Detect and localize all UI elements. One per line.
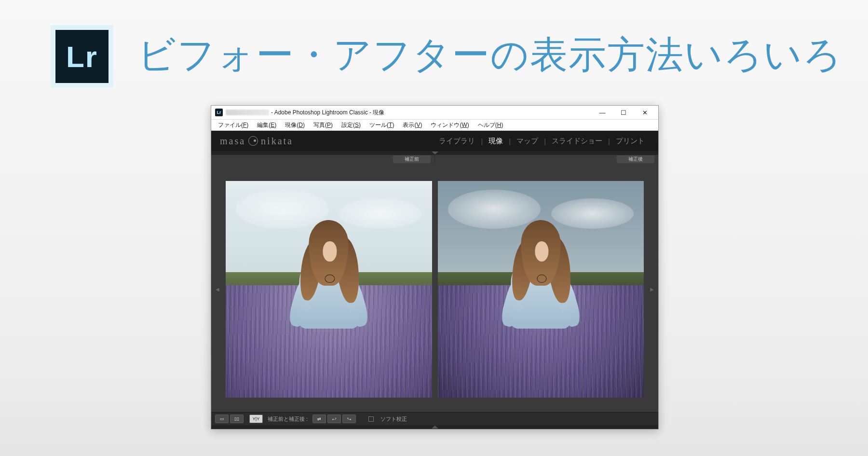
module-map[interactable]: マップ: [512, 135, 543, 148]
before-after-mode-label: 補正前と補正後 :: [266, 415, 310, 423]
right-panel-toggle[interactable]: ▶: [650, 175, 654, 403]
identity-and-modules: masa nikata ライブラリ| 現像| マップ| スライドショー| プリン…: [211, 131, 658, 151]
close-button[interactable]: ✕: [634, 106, 655, 119]
menu-photo[interactable]: 写真(P): [310, 120, 337, 130]
menu-settings[interactable]: 設定(S): [338, 120, 365, 130]
app-icon: Lr: [215, 109, 223, 116]
lightroom-logo: Lr: [51, 25, 113, 88]
copy-after-button[interactable]: ⮑: [342, 415, 356, 423]
compare-view-button[interactable]: ▯▯: [230, 415, 244, 423]
filmstrip-toggle[interactable]: [211, 425, 658, 429]
module-print[interactable]: プリント: [611, 135, 650, 148]
before-label: 補正前: [393, 155, 431, 163]
copy-before-button[interactable]: ⮐: [327, 415, 341, 423]
identity-plate: masa nikata: [220, 136, 293, 147]
after-label: 補正後: [617, 155, 654, 163]
menu-help[interactable]: ヘルプ(H): [474, 120, 507, 130]
module-library[interactable]: ライブラリ: [434, 135, 480, 148]
redacted-filename: [226, 110, 269, 115]
lightroom-logo-text: Lr: [55, 30, 108, 83]
menu-tools[interactable]: ツール(T): [366, 120, 398, 130]
soft-proof-label: ソフト校正: [379, 415, 409, 423]
after-panel[interactable]: [438, 175, 644, 403]
module-slideshow[interactable]: スライドショー: [547, 135, 607, 148]
app-body: masa nikata ライブラリ| 現像| マップ| スライドショー| プリン…: [211, 131, 658, 429]
menu-view[interactable]: 表示(V): [399, 120, 426, 130]
menubar: ファイル(F) 編集(E) 現像(D) 写真(P) 設定(S) ツール(T) 表…: [211, 120, 658, 131]
after-photo: [438, 181, 644, 398]
before-photo: [226, 181, 432, 398]
page-headline: ビフォー・アフターの表示方法いろいろ: [137, 30, 842, 81]
identity-left: masa: [220, 136, 245, 147]
minimize-button[interactable]: —: [592, 106, 613, 119]
before-after-lr-button[interactable]: Y|Y: [249, 415, 263, 423]
svg-marker-1: [432, 426, 438, 428]
loupe-view-button[interactable]: ▭: [215, 415, 229, 423]
identity-dot-icon: [248, 136, 258, 146]
menu-edit[interactable]: 編集(E): [253, 120, 280, 130]
identity-right: nikata: [261, 136, 293, 147]
menu-window[interactable]: ウィンドウ(W): [427, 120, 473, 130]
compare-labels-row: 補正前 補正後: [211, 155, 658, 164]
window-title: - Adobe Photoshop Lightroom Classic - 現像: [271, 109, 384, 117]
top-panel-toggle[interactable]: [211, 151, 658, 155]
window-titlebar: Lr - Adobe Photoshop Lightroom Classic -…: [211, 106, 658, 120]
maximize-button[interactable]: ☐: [613, 106, 634, 119]
app-window: Lr - Adobe Photoshop Lightroom Classic -…: [211, 105, 659, 429]
module-develop[interactable]: 現像: [484, 135, 508, 148]
page: Lr ビフォー・アフターの表示方法いろいろ Lr - Adobe Photosh…: [0, 0, 868, 456]
left-panel-toggle[interactable]: ◀: [215, 175, 220, 403]
develop-toolbar: ▭ ▯▯ Y|Y 補正前と補正後 : ⇄ ⮐ ⮑ ソフト校正: [211, 412, 658, 425]
before-panel[interactable]: [226, 175, 432, 403]
compare-view: ◀: [211, 164, 658, 412]
module-picker: ライブラリ| 現像| マップ| スライドショー| プリント: [434, 135, 650, 148]
menu-file[interactable]: ファイル(F): [214, 120, 252, 130]
svg-marker-0: [432, 152, 438, 154]
swap-button[interactable]: ⇄: [312, 415, 326, 423]
menu-develop[interactable]: 現像(D): [281, 120, 309, 130]
soft-proof-checkbox[interactable]: [368, 416, 374, 422]
